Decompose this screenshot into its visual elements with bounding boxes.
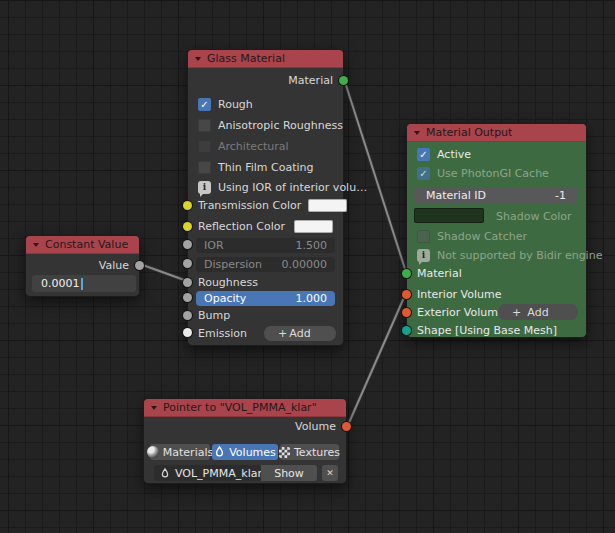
exterior-volume-label: Exterior Volume [417, 306, 505, 319]
node-glass-material[interactable]: Glass Material Material Rough Anisotropi… [187, 49, 344, 346]
rough-checkbox[interactable] [198, 98, 211, 111]
pointer-node-header[interactable]: Pointer to "VOL_PMMA_klar" [144, 399, 346, 417]
link-material-to-output [344, 79, 406, 272]
shadow-catcher-label: Shadow Catcher [437, 230, 527, 243]
dispersion-slider: Dispersion 0.00000 [196, 257, 335, 272]
transmission-color-label: Transmission Color [198, 199, 301, 212]
tab-textures-label: Textures [294, 446, 340, 459]
tab-textures[interactable]: Textures [280, 444, 339, 460]
plus-icon: + [512, 306, 521, 319]
glass-node-title: Glass Material [207, 52, 285, 65]
texture-checker-icon [279, 447, 290, 458]
close-button[interactable]: ✕ [322, 465, 338, 481]
ior-info-text: Using IOR of interior volu… [218, 181, 367, 194]
material-sphere-icon [147, 446, 159, 458]
collapse-icon[interactable] [195, 57, 201, 61]
glass-material-output-socket[interactable] [339, 76, 348, 85]
reflection-color-socket[interactable] [183, 222, 192, 231]
transmission-color-swatch[interactable] [308, 199, 347, 212]
shape-socket[interactable] [402, 326, 411, 335]
tab-volumes[interactable]: Volumes [212, 444, 278, 460]
ior-socket[interactable] [183, 240, 192, 249]
volume-droplet-icon [214, 446, 225, 458]
tab-materials[interactable]: Materials [150, 444, 210, 460]
material-id-value: -1 [555, 189, 566, 202]
material-id-field[interactable]: Material ID -1 [414, 187, 578, 203]
shadow-catcher-checkbox [417, 230, 430, 243]
pointer-node-title: Pointer to "VOL_PMMA_klar" [163, 401, 317, 414]
constant-node-title: Constant Value [45, 238, 128, 251]
opacity-slider[interactable]: Opacity 1.000 [196, 291, 335, 306]
anisotropic-roughness-checkbox[interactable] [198, 119, 211, 132]
collapse-icon[interactable] [151, 406, 157, 410]
node-constant-value[interactable]: Constant Value Value 0.0001 [25, 235, 140, 297]
glass-node-header[interactable]: Glass Material [188, 50, 343, 68]
material-output-label: Material [288, 74, 333, 87]
roughness-socket[interactable] [183, 278, 192, 287]
anisotropic-roughness-label: Anisotropic Roughness [218, 119, 343, 132]
photongi-cache-checkbox [417, 167, 430, 180]
output-node-title: Material Output [426, 126, 512, 139]
architectural-label: Architectural [218, 140, 289, 153]
ior-label: IOR [204, 239, 224, 252]
emission-add-button[interactable]: + Add [264, 326, 336, 341]
shadow-color-swatch[interactable] [414, 208, 484, 223]
text-cursor [81, 278, 83, 290]
photongi-cache-label: Use PhotonGI Cache [437, 167, 549, 180]
architectural-checkbox [198, 140, 211, 153]
exterior-volume-socket[interactable] [402, 308, 411, 317]
datablock-selector[interactable]: VOL_PMMA_klar [154, 465, 260, 481]
active-label: Active [437, 148, 471, 161]
node-pointer-volume[interactable]: Pointer to "VOL_PMMA_klar" Volume Materi… [143, 398, 347, 484]
close-icon: ✕ [326, 468, 334, 478]
volume-output-label: Volume [295, 420, 336, 433]
node-editor-canvas[interactable]: Glass Material Material Rough Anisotropi… [0, 0, 615, 533]
datablock-name: VOL_PMMA_klar [175, 467, 262, 480]
emission-add-label: Add [289, 327, 310, 340]
thin-film-coating-checkbox[interactable] [198, 161, 211, 174]
value-output-socket[interactable] [135, 261, 144, 270]
rough-label: Rough [218, 98, 253, 111]
volume-output-socket[interactable] [342, 422, 351, 431]
tab-volumes-label: Volumes [229, 446, 276, 459]
link-value-to-roughness [140, 264, 187, 281]
dispersion-value: 0.00000 [282, 258, 328, 271]
material-id-label: Material ID [426, 189, 486, 202]
interior-volume-label: Interior Volume [417, 288, 502, 301]
shadow-color-label: Shadow Color [496, 210, 572, 223]
collapse-icon[interactable] [414, 131, 420, 135]
volume-droplet-icon [160, 468, 170, 479]
transmission-color-socket[interactable] [183, 201, 192, 210]
plus-icon: + [278, 327, 287, 340]
value-output-label: Value [99, 259, 129, 272]
emission-label: Emission [198, 327, 247, 340]
ior-value: 1.500 [296, 239, 328, 252]
thin-film-coating-label: Thin Film Coating [218, 161, 314, 174]
exterior-add-label: Add [527, 306, 548, 319]
material-input-socket[interactable] [402, 269, 411, 278]
ior-slider: IOR 1.500 [196, 238, 335, 253]
dispersion-socket[interactable] [183, 259, 192, 268]
node-material-output[interactable]: Material Output Active Use PhotonGI Cach… [406, 123, 587, 338]
collapse-icon[interactable] [33, 243, 39, 247]
roughness-label: Roughness [198, 276, 258, 289]
bump-socket[interactable] [183, 311, 192, 320]
emission-socket[interactable] [183, 328, 192, 337]
show-button[interactable]: Show [261, 465, 317, 481]
opacity-value: 1.000 [296, 292, 328, 305]
material-input-label: Material [417, 267, 462, 280]
bidir-info-text: Not supported by Bidir engine [437, 249, 602, 262]
link-volume-to-interior [348, 293, 406, 425]
reflection-color-swatch[interactable] [294, 220, 333, 233]
value-input-text: 0.0001 [41, 277, 80, 290]
opacity-socket[interactable] [183, 293, 192, 302]
value-input[interactable]: 0.0001 [32, 275, 136, 292]
opacity-label: Opacity [204, 292, 246, 305]
output-node-header[interactable]: Material Output [407, 124, 586, 142]
exterior-volume-add-button[interactable]: + Add [498, 304, 578, 320]
constant-node-header[interactable]: Constant Value [26, 236, 139, 254]
info-icon [198, 181, 211, 194]
active-checkbox[interactable] [417, 148, 430, 161]
interior-volume-socket[interactable] [402, 290, 411, 299]
bump-label: Bump [198, 309, 230, 322]
